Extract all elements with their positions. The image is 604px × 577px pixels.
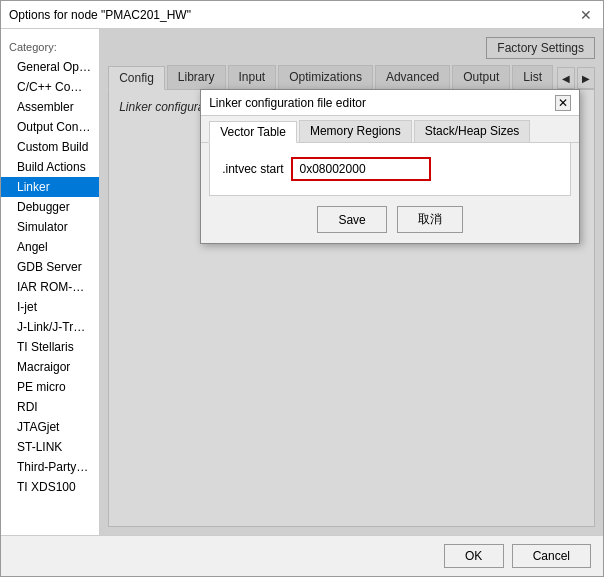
sidebar-item-assembler[interactable]: Assembler xyxy=(1,97,99,117)
intvec-input[interactable] xyxy=(291,157,431,181)
category-label: Category: xyxy=(1,37,99,57)
sidebar-item-ti-xds100[interactable]: TI XDS100 xyxy=(1,477,99,497)
inner-tab-memory-regions[interactable]: Memory Regions xyxy=(299,120,412,142)
sidebar-item-debugger[interactable]: Debugger xyxy=(1,197,99,217)
outer-dialog-title: Options for node "PMAC201_HW" xyxy=(9,8,191,22)
sidebar-item-iar-rom-moni[interactable]: IAR ROM-moni xyxy=(1,277,99,297)
sidebar-item-linker[interactable]: Linker xyxy=(1,177,99,197)
sidebar-item-gdb-server[interactable]: GDB Server xyxy=(1,257,99,277)
modal-overlay: Linker configuration file editor ✕ Vecto… xyxy=(100,29,603,535)
intvec-label: .intvec start xyxy=(222,162,283,176)
inner-dialog-title: Linker configuration file editor xyxy=(209,96,366,110)
dialog-body: Category: General OptionsC/C++ CompilerA… xyxy=(1,29,603,535)
save-button[interactable]: Save xyxy=(317,206,386,233)
outer-dialog: Options for node "PMAC201_HW" ✕ Category… xyxy=(0,0,604,577)
cancel-button[interactable]: Cancel xyxy=(512,544,591,568)
inner-dialog: Linker configuration file editor ✕ Vecto… xyxy=(200,89,580,244)
outer-dialog-footer: OK Cancel xyxy=(1,535,603,576)
sidebar-item-jtagjet[interactable]: JTAGjet xyxy=(1,417,99,437)
sidebar-item-general-options[interactable]: General Options xyxy=(1,57,99,77)
inner-title-bar: Linker configuration file editor ✕ xyxy=(201,90,579,116)
sidebar-item-build-actions[interactable]: Build Actions xyxy=(1,157,99,177)
inner-tabs-bar: Vector TableMemory RegionsStack/Heap Siz… xyxy=(201,116,579,143)
sidebar-item-i-jet[interactable]: I-jet xyxy=(1,297,99,317)
outer-title-bar: Options for node "PMAC201_HW" ✕ xyxy=(1,1,603,29)
inner-close-button[interactable]: ✕ xyxy=(555,95,571,111)
sidebar-item-c-c---compiler[interactable]: C/C++ Compiler xyxy=(1,77,99,97)
sidebar: Category: General OptionsC/C++ CompilerA… xyxy=(1,29,100,535)
sidebar-item-output-converter[interactable]: Output Converter xyxy=(1,117,99,137)
sidebar-item-ti-stellaris[interactable]: TI Stellaris xyxy=(1,337,99,357)
ok-button[interactable]: OK xyxy=(444,544,504,568)
main-content: Factory Settings ConfigLibraryInputOptim… xyxy=(100,29,603,535)
sidebar-item-angel[interactable]: Angel xyxy=(1,237,99,257)
inner-tab-content: .intvec start xyxy=(209,143,571,196)
sidebar-item-j-link-j-trace[interactable]: J-Link/J-Trace xyxy=(1,317,99,337)
outer-close-button[interactable]: ✕ xyxy=(577,6,595,24)
sidebar-item-macraigor[interactable]: Macraigor xyxy=(1,357,99,377)
inner-tab-vector-table[interactable]: Vector Table xyxy=(209,121,297,143)
sidebar-item-third-party-dri[interactable]: Third-Party Dri xyxy=(1,457,99,477)
sidebar-item-st-link[interactable]: ST-LINK xyxy=(1,437,99,457)
sidebar-item-simulator[interactable]: Simulator xyxy=(1,217,99,237)
sidebar-item-pe-micro[interactable]: PE micro xyxy=(1,377,99,397)
inner-tab-stack-heap-sizes[interactable]: Stack/Heap Sizes xyxy=(414,120,531,142)
intvec-row: .intvec start xyxy=(222,157,558,181)
sidebar-item-custom-build[interactable]: Custom Build xyxy=(1,137,99,157)
sidebar-item-rdi[interactable]: RDI xyxy=(1,397,99,417)
inner-dialog-footer: Save 取消 xyxy=(201,196,579,243)
inner-cancel-button[interactable]: 取消 xyxy=(397,206,463,233)
